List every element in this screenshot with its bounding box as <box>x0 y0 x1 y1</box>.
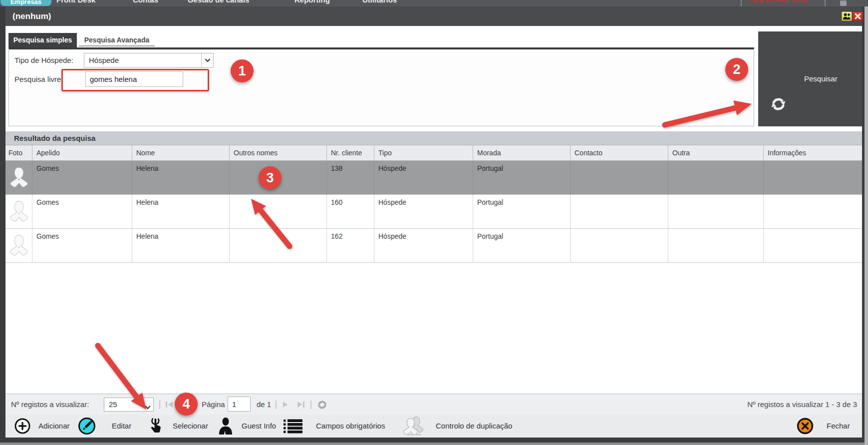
cell-morada: Portugal <box>473 229 571 263</box>
window-menu-icon[interactable] <box>840 0 847 6</box>
table-row[interactable]: Gomes Helena 162 Hóspede Portugal <box>5 229 862 263</box>
background-gutter <box>865 6 868 445</box>
cell-nome: Helena <box>132 195 230 229</box>
cell-nome: Helena <box>132 229 230 263</box>
avatar <box>5 161 32 195</box>
close-icon[interactable] <box>853 11 863 21</box>
pagination-separator <box>310 401 311 409</box>
select-button[interactable]: Selecionar <box>173 415 208 438</box>
cell-outra <box>668 229 764 263</box>
records-range-info: Nº registos a visualizar 1 - 3 de 3 <box>747 394 857 415</box>
col-contacto[interactable]: Contacto <box>571 145 668 161</box>
pesquisar-label: Pesquisar <box>804 31 862 126</box>
cell-nr-cliente: 160 <box>327 195 374 229</box>
guest-info-button[interactable]: Guest Info <box>242 415 276 438</box>
required-fields-icon[interactable] <box>284 419 302 436</box>
cell-outra <box>668 195 764 229</box>
next-page-icon[interactable] <box>282 401 289 410</box>
col-outra[interactable]: Outra <box>668 145 764 161</box>
chevron-down-icon[interactable] <box>201 53 213 67</box>
free-search-label: Pesquisa livre: <box>14 75 63 83</box>
cell-tipo: Hóspede <box>374 229 473 263</box>
dialog-left-border <box>0 6 5 440</box>
edit-icon[interactable] <box>77 417 96 438</box>
avatar <box>5 229 32 263</box>
dialog-title: (nenhum) <box>12 6 51 26</box>
brand-label: Empresas <box>10 0 41 5</box>
col-nome[interactable]: Nome <box>132 145 230 161</box>
avatar <box>5 195 32 229</box>
cell-informacoes <box>764 195 862 229</box>
menu-gestao-canais[interactable]: Gestão de canais <box>188 0 249 4</box>
pagination-separator <box>276 401 277 409</box>
col-tipo[interactable]: Tipo <box>374 145 473 161</box>
cell-outra <box>668 161 764 195</box>
results-section-header: Resultado da pesquisa <box>5 131 862 145</box>
col-outros-nomes[interactable]: Outros nomes <box>230 145 327 161</box>
close-dialog-button[interactable]: Fechar <box>827 415 850 438</box>
cell-apelido: Gomes <box>32 229 132 263</box>
results-title: Resultado da pesquisa <box>14 131 95 145</box>
guest-info-icon[interactable] <box>218 418 234 437</box>
chevron-down-icon <box>145 403 151 412</box>
menu-front-desk[interactable]: Front Desk <box>56 0 95 4</box>
table-row-selected[interactable]: Gomes Helena 138 Hóspede Portugal <box>5 161 862 195</box>
select-tap-icon[interactable] <box>149 417 165 437</box>
close-dialog-icon[interactable] <box>796 417 814 437</box>
refresh-icon[interactable] <box>317 400 327 412</box>
cell-outros-nomes <box>230 195 327 229</box>
last-page-icon[interactable] <box>296 401 305 410</box>
cell-informacoes <box>764 161 862 195</box>
menu-contas[interactable]: Contas <box>133 0 158 4</box>
guest-type-value: Hóspede <box>89 53 119 67</box>
first-page-icon[interactable] <box>165 401 174 410</box>
pagination-separator <box>159 401 160 409</box>
pesquisar-button[interactable]: Pesquisar <box>758 31 862 126</box>
page-label: Página <box>202 394 225 415</box>
annotation-highlight-box <box>61 69 209 91</box>
tab-label: Pesquisa Avançada <box>84 36 149 44</box>
tab-pesquisa-simples[interactable]: Pesquisa simples <box>8 33 77 47</box>
cell-morada: Portugal <box>473 195 571 229</box>
guest-type-label: Tipo de Hóspede: <box>14 56 73 64</box>
page-number-input[interactable] <box>228 397 251 412</box>
cell-apelido: Gomes <box>32 195 132 229</box>
records-per-page-select[interactable]: 25 <box>104 398 154 412</box>
table-row[interactable]: Gomes Helena 160 Hóspede Portugal <box>5 195 862 229</box>
top-menu-bar: Empresas Front Desk Contas Gestão de can… <box>0 0 868 6</box>
records-per-page-value: 25 <box>109 398 117 411</box>
cell-nome: Helena <box>132 161 230 195</box>
menu-reporting[interactable]: Reporting <box>294 0 330 4</box>
guests-icon-glyph <box>842 12 852 20</box>
cell-morada: Portugal <box>473 161 571 195</box>
topbar-separator <box>825 0 826 6</box>
duplicate-control-icon[interactable] <box>402 416 426 438</box>
bottom-toolbar: Adicionar Editar Selecionar <box>5 415 862 438</box>
guests-icon[interactable] <box>842 11 852 21</box>
cell-nr-cliente: 162 <box>327 229 374 263</box>
records-per-page-label: Nº registos a visualizar: <box>11 394 89 415</box>
cell-tipo: Hóspede <box>374 161 473 195</box>
add-icon[interactable] <box>14 418 31 437</box>
required-fields-button[interactable]: Campos obrigatórios <box>316 415 385 438</box>
background-strip <box>0 443 868 445</box>
edit-button[interactable]: Editar <box>112 415 131 438</box>
tab-pesquisa-avancada[interactable]: Pesquisa Avançada <box>79 34 155 46</box>
col-informacoes[interactable]: Informações <box>764 145 862 161</box>
col-nr-cliente[interactable]: Nr. cliente <box>327 145 374 161</box>
menu-utilitarios[interactable]: Utilitários <box>362 0 397 4</box>
col-foto[interactable]: Foto <box>5 145 32 161</box>
annotation-step-4: 4 <box>175 393 198 416</box>
cell-nr-cliente: 138 <box>327 161 374 195</box>
brand-tab[interactable]: Empresas <box>0 0 51 6</box>
col-apelido[interactable]: Apelido <box>32 145 132 161</box>
date-display: Seg 26 Mar 2018 <box>750 0 808 3</box>
annotation-step-3: 3 <box>259 166 282 189</box>
guest-type-select[interactable]: Hóspede <box>84 53 214 68</box>
cell-informacoes <box>764 229 862 263</box>
duplicate-control-button[interactable]: Controlo de duplicação <box>436 415 512 438</box>
add-button[interactable]: Adicionar <box>38 415 70 438</box>
dialog-bottom-border <box>0 438 865 443</box>
col-morada[interactable]: Morada <box>473 145 571 161</box>
cell-outros-nomes <box>230 229 327 263</box>
